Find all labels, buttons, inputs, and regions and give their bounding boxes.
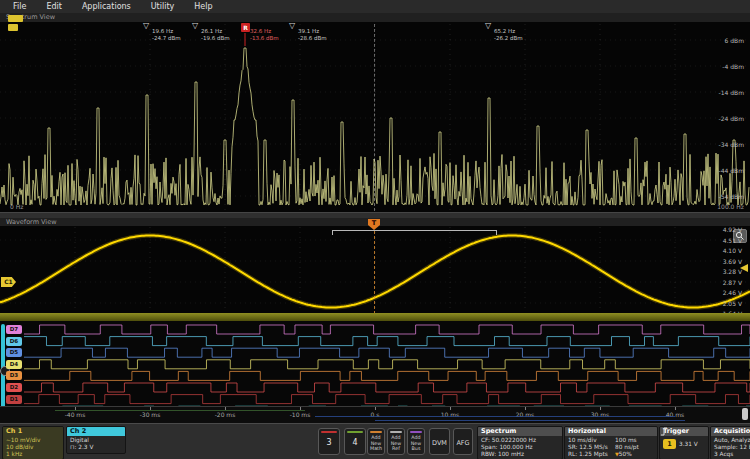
horizontal-scroll-nub[interactable]	[742, 408, 748, 420]
channel2-badge-title: Ch 2	[67, 427, 125, 436]
menu-file[interactable]: File	[10, 2, 29, 11]
time-label: -10 ms	[280, 411, 320, 418]
acquisition-count: 3 Acqs	[714, 451, 750, 458]
trigger-level: 3.31 V	[679, 441, 698, 448]
waveform-y-label: 2.05 V	[700, 300, 742, 307]
menu-edit[interactable]: Edit	[43, 2, 65, 11]
time-tick	[375, 407, 376, 410]
waveform-y-label: 3.28 V	[700, 268, 742, 275]
channel3-button-label: 3	[319, 438, 339, 447]
time-tick	[675, 407, 676, 410]
peak-marker-icon[interactable]: ▽	[192, 22, 198, 30]
rising-edge-icon	[660, 427, 668, 436]
time-tick	[600, 407, 601, 410]
add-new-bus-button[interactable]: Add New Bus	[407, 428, 425, 455]
digital-channel-badge-d5[interactable]: D5	[6, 348, 22, 357]
channel1-scale: ~10 mV/div	[6, 437, 60, 444]
spectrum-x-start-label: 0 Hz	[10, 203, 23, 210]
add-new-math-button[interactable]: Add New Math	[367, 428, 385, 455]
waveform-y-label: 4.10 V	[700, 247, 742, 254]
channel3-button[interactable]: 3	[318, 428, 340, 455]
waveform-y-label: 2.46 V	[700, 289, 742, 296]
add-new-bus-label: Add New Bus	[408, 435, 424, 452]
trigger-badge[interactable]: Trigger 1 3.31 V	[659, 426, 709, 459]
horizontal-badge[interactable]: Horizontal 10 ms/div 100 ms SR: 12.5 MS/…	[564, 426, 658, 459]
menu-help[interactable]: Help	[191, 2, 215, 11]
sample-interval: 80 ns/pt	[615, 444, 654, 451]
time-label: -30 ms	[130, 411, 170, 418]
channel2-threshold: ⊓: 2.3 V	[70, 444, 122, 451]
peak-marker-icon[interactable]: ▽	[485, 22, 491, 30]
spectrum-trace-handle[interactable]	[8, 15, 23, 22]
add-new-ref-button[interactable]: Add New Ref	[387, 428, 405, 455]
acquisition-mode: Auto, Analyze	[714, 437, 750, 444]
afg-button[interactable]: AFG	[453, 428, 473, 455]
horizontal-window: 100 ms	[615, 437, 654, 444]
digital-channel-badge-d1[interactable]: D1	[6, 395, 22, 404]
channel1-spectrum-scale: 10 dB/div	[6, 444, 60, 451]
spectrum-plot	[0, 22, 750, 212]
channel-overview-bar	[0, 313, 750, 321]
digital-channels-area	[0, 321, 750, 406]
channel1-badge-title: Ch 1	[3, 427, 63, 436]
spectrum-cf: CF: 50.0222000 Hz	[481, 437, 559, 444]
channel4-button-label: 4	[345, 438, 365, 447]
menu-bar: File Edit Applications Utility Help	[0, 0, 750, 14]
add-new-math-label: Add New Math	[368, 435, 384, 452]
marker-readout: 65.2 Hz-26.2 dBm	[494, 28, 523, 41]
trigger-source: 1	[663, 439, 676, 449]
acquisition-badge-title: Acquisition	[711, 427, 750, 436]
time-label: -40 ms	[55, 411, 95, 418]
oscilloscope-screen: File Edit Applications Utility Help Spec…	[0, 0, 750, 459]
spectrum-x-end-label: 100.0 Hz	[688, 203, 744, 210]
digital-channel-badge-d2[interactable]: D2	[6, 383, 22, 392]
waveform-y-label: 3.69 V	[700, 258, 742, 265]
marker-readout: 19.6 Hz-24.7 dBm	[152, 28, 181, 41]
spectrum-center-line	[374, 24, 375, 211]
time-tick	[450, 407, 451, 410]
dvm-button[interactable]: DVM	[429, 428, 450, 455]
digital-channel-badge-d6[interactable]: D6	[6, 337, 22, 346]
peak-marker-icon[interactable]: ▽	[143, 22, 149, 30]
digital-channel-badge-d7[interactable]: D7	[6, 325, 22, 334]
afg-button-label: AFG	[454, 439, 472, 447]
acquisition-sample: Sample: 12 bits	[714, 444, 750, 451]
spectrum-span: Span: 100.000 Hz	[481, 444, 559, 451]
bus-overview-segment	[55, 410, 305, 411]
waveform-trace	[0, 226, 750, 313]
channel1-badge[interactable]: Ch 1 ~10 mV/div 10 dB/div 1 kHz	[2, 426, 64, 459]
spectrum-y-label: -14 dBm	[702, 89, 744, 96]
waveform-y-label: 4.51 V	[700, 237, 742, 244]
add-new-ref-label: Add New Ref	[388, 435, 404, 452]
peak-marker-icon[interactable]: ▽	[289, 22, 295, 30]
digital-channel-badge-d3[interactable]: D3	[6, 371, 22, 380]
spectrum-rbw: RBW: 100 mHz	[481, 451, 559, 458]
acquisition-badge[interactable]: Acquisition Auto, Analyze Sample: 12 bit…	[710, 426, 750, 459]
channel4-button[interactable]: 4	[344, 428, 366, 455]
bottom-bar: Ch 1 ~10 mV/div 10 dB/div 1 kHz Ch 2 Dig…	[0, 423, 750, 459]
waveform-plot	[0, 226, 750, 313]
zoom-bracket[interactable]	[332, 230, 497, 235]
channel2-badge[interactable]: Ch 2 Digital ⊓: 2.3 V	[66, 426, 126, 454]
spectrum-y-label: -54 dBm	[702, 193, 744, 200]
menu-applications[interactable]: Applications	[79, 2, 134, 11]
waveform-y-label: 4.92 V	[700, 226, 742, 233]
bus-overview-segment	[315, 416, 675, 417]
spectrum-y-label: -4 dBm	[702, 63, 744, 70]
menu-utility[interactable]: Utility	[148, 2, 178, 11]
reference-marker-flag[interactable]: R	[241, 23, 250, 32]
record-length: RL: 1.25 Mpts	[568, 451, 615, 458]
marker-readout: 26.1 Hz-19.6 dBm	[201, 28, 230, 41]
digital-channel-badge-d4[interactable]: D4	[6, 360, 22, 369]
spectrum-y-label: -34 dBm	[702, 141, 744, 148]
spectrum-badge-title: Spectrum	[478, 427, 562, 436]
digital-traces	[0, 321, 750, 418]
channel1-bandwidth: 1 kHz	[6, 451, 60, 458]
spectrum-trace	[0, 22, 750, 212]
spectrum-view-title[interactable]: Spectrum View	[0, 13, 750, 22]
spectrum-marker-handle[interactable]	[8, 24, 18, 31]
spectrum-y-label: -24 dBm	[702, 115, 744, 122]
spectrum-badge[interactable]: Spectrum CF: 50.0222000 Hz Span: 100.000…	[477, 426, 563, 459]
channel2-mode: Digital	[70, 437, 122, 444]
sample-rate: SR: 12.5 MS/s	[568, 444, 615, 451]
